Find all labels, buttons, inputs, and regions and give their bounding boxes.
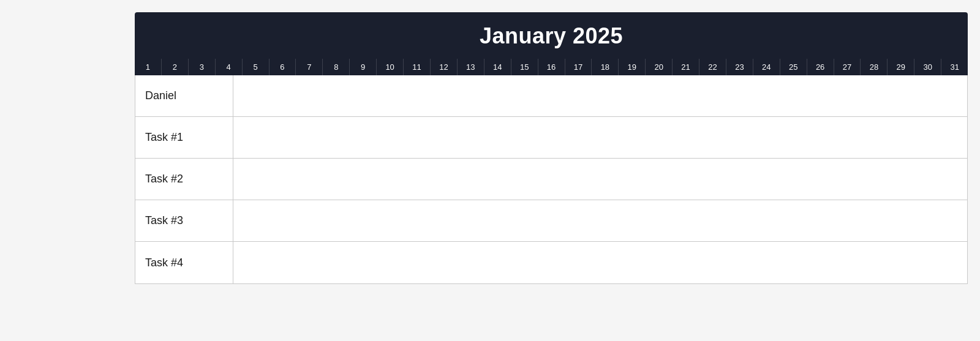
row-label: Task #2 — [135, 159, 233, 200]
table-row: Daniel — [135, 75, 967, 117]
table-row: Task #2 — [135, 159, 967, 200]
day-cell: 3 — [188, 59, 215, 75]
day-cell: 15 — [511, 59, 538, 75]
row-content — [233, 200, 967, 241]
day-cell: 27 — [834, 59, 861, 75]
day-cell: 28 — [860, 59, 887, 75]
day-cell: 1 — [135, 59, 161, 75]
gantt-days-row: 1234567891011121314151617181920212223242… — [135, 59, 968, 75]
day-cell: 13 — [457, 59, 484, 75]
row-content — [233, 242, 967, 283]
row-content — [233, 75, 967, 116]
day-cell: 20 — [645, 59, 672, 75]
row-content — [233, 117, 967, 158]
day-cell: 25 — [780, 59, 807, 75]
gantt-header: January 2025 123456789101112131415161718… — [135, 12, 968, 75]
gantt-chart: January 2025 123456789101112131415161718… — [135, 12, 968, 284]
row-label: Task #4 — [135, 242, 233, 283]
table-row: Task #1 — [135, 117, 967, 159]
day-cell: 9 — [349, 59, 376, 75]
day-cell: 21 — [672, 59, 699, 75]
day-cell: 6 — [269, 59, 296, 75]
day-cell: 23 — [726, 59, 753, 75]
day-cell: 30 — [914, 59, 941, 75]
day-cell: 4 — [215, 59, 242, 75]
table-row: Task #3 — [135, 200, 967, 242]
row-label: Daniel — [135, 75, 233, 116]
gantt-title-row: January 2025 — [135, 12, 968, 59]
day-cell: 8 — [322, 59, 349, 75]
day-cell: 2 — [161, 59, 188, 75]
day-cell: 31 — [941, 59, 968, 75]
day-cell: 7 — [295, 59, 322, 75]
day-cell: 16 — [538, 59, 565, 75]
day-cell: 22 — [699, 59, 726, 75]
day-cell: 10 — [376, 59, 403, 75]
row-label: Task #1 — [135, 117, 233, 158]
day-cell: 17 — [565, 59, 592, 75]
row-label: Task #3 — [135, 200, 233, 241]
day-cell: 5 — [242, 59, 269, 75]
day-cell: 18 — [591, 59, 618, 75]
gantt-title: January 2025 — [480, 23, 623, 48]
day-cell: 24 — [753, 59, 780, 75]
gantt-body: DanielTask #1Task #2Task #3Task #4 — [135, 75, 968, 284]
day-cell: 19 — [618, 59, 645, 75]
day-cell: 11 — [403, 59, 430, 75]
day-cell: 12 — [430, 59, 457, 75]
row-content — [233, 159, 967, 200]
day-cell: 14 — [484, 59, 511, 75]
table-row: Task #4 — [135, 242, 967, 283]
day-cell: 26 — [807, 59, 834, 75]
day-cell: 29 — [887, 59, 914, 75]
